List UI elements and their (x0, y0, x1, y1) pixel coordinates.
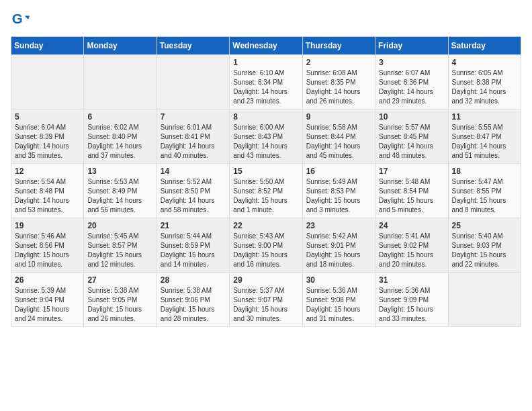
calendar-body: 1Sunrise: 6:10 AM Sunset: 8:34 PM Daylig… (11, 55, 521, 327)
calendar-cell: 23Sunrise: 5:42 AM Sunset: 9:01 PM Dayli… (302, 218, 375, 273)
calendar-cell: 30Sunrise: 5:36 AM Sunset: 9:08 PM Dayli… (302, 273, 375, 327)
day-info: Sunrise: 5:53 AM Sunset: 8:49 PM Dayligh… (87, 177, 152, 215)
day-number: 7 (161, 112, 226, 122)
day-number: 3 (379, 58, 444, 67)
weekday-header-row: SundayMondayTuesdayWednesdayThursdayFrid… (11, 37, 521, 55)
day-info: Sunrise: 6:00 AM Sunset: 8:43 PM Dayligh… (233, 123, 298, 161)
day-info: Sunrise: 5:36 AM Sunset: 9:08 PM Dayligh… (306, 286, 371, 324)
day-info: Sunrise: 5:38 AM Sunset: 9:05 PM Dayligh… (87, 286, 152, 324)
day-info: Sunrise: 5:46 AM Sunset: 8:56 PM Dayligh… (15, 232, 80, 269)
day-info: Sunrise: 6:02 AM Sunset: 8:40 PM Dayligh… (87, 123, 152, 161)
calendar-cell: 24Sunrise: 5:41 AM Sunset: 9:02 PM Dayli… (375, 218, 448, 273)
day-info: Sunrise: 5:40 AM Sunset: 9:03 PM Dayligh… (452, 232, 517, 269)
weekday-header-friday: Friday (375, 37, 448, 55)
day-number: 5 (15, 112, 80, 122)
calendar-cell: 25Sunrise: 5:40 AM Sunset: 9:03 PM Dayli… (448, 218, 521, 273)
day-info: Sunrise: 5:45 AM Sunset: 8:57 PM Dayligh… (87, 232, 152, 269)
logo-icon: G (11, 11, 30, 30)
day-info: Sunrise: 5:41 AM Sunset: 9:02 PM Dayligh… (379, 232, 444, 269)
day-number: 14 (161, 167, 226, 176)
weekday-header-sunday: Sunday (11, 37, 84, 55)
calendar-cell: 1Sunrise: 6:10 AM Sunset: 8:34 PM Daylig… (230, 55, 302, 109)
calendar-cell: 17Sunrise: 5:48 AM Sunset: 8:54 PM Dayli… (375, 164, 448, 218)
day-info: Sunrise: 6:07 AM Sunset: 8:36 PM Dayligh… (379, 68, 444, 106)
day-number: 28 (161, 275, 226, 285)
calendar-cell: 18Sunrise: 5:47 AM Sunset: 8:55 PM Dayli… (448, 164, 521, 218)
day-number: 29 (233, 275, 298, 285)
day-info: Sunrise: 6:08 AM Sunset: 8:35 PM Dayligh… (306, 68, 371, 106)
calendar-cell: 5Sunrise: 6:04 AM Sunset: 8:39 PM Daylig… (11, 109, 84, 164)
svg-text:G: G (12, 11, 23, 26)
weekday-header-monday: Monday (84, 37, 157, 55)
day-info: Sunrise: 5:42 AM Sunset: 9:01 PM Dayligh… (306, 232, 371, 269)
calendar-week-row: 12Sunrise: 5:54 AM Sunset: 8:48 PM Dayli… (11, 164, 521, 218)
day-number: 25 (452, 221, 517, 230)
day-number: 1 (233, 58, 298, 67)
weekday-header-thursday: Thursday (302, 37, 375, 55)
day-number: 21 (161, 221, 226, 230)
day-number: 30 (306, 275, 371, 285)
day-info: Sunrise: 6:05 AM Sunset: 8:38 PM Dayligh… (452, 68, 517, 106)
day-info: Sunrise: 5:43 AM Sunset: 9:00 PM Dayligh… (233, 232, 298, 269)
day-number: 17 (379, 167, 444, 176)
calendar-cell: 14Sunrise: 5:52 AM Sunset: 8:50 PM Dayli… (157, 164, 229, 218)
day-number: 10 (379, 112, 444, 122)
day-number: 23 (306, 221, 371, 230)
day-number: 19 (15, 221, 80, 230)
day-number: 8 (233, 112, 298, 122)
calendar-cell: 22Sunrise: 5:43 AM Sunset: 9:00 PM Dayli… (230, 218, 302, 273)
day-info: Sunrise: 5:54 AM Sunset: 8:48 PM Dayligh… (15, 177, 80, 215)
calendar-cell: 3Sunrise: 6:07 AM Sunset: 8:36 PM Daylig… (375, 55, 448, 109)
calendar-cell: 20Sunrise: 5:45 AM Sunset: 8:57 PM Dayli… (84, 218, 157, 273)
day-number: 6 (87, 112, 152, 122)
day-number: 24 (379, 221, 444, 230)
calendar-cell: 28Sunrise: 5:38 AM Sunset: 9:06 PM Dayli… (157, 273, 229, 327)
day-number: 26 (15, 275, 80, 285)
day-number: 31 (379, 275, 444, 285)
calendar-cell: 21Sunrise: 5:44 AM Sunset: 8:59 PM Dayli… (157, 218, 229, 273)
day-info: Sunrise: 6:01 AM Sunset: 8:41 PM Dayligh… (161, 123, 226, 161)
calendar-cell: 26Sunrise: 5:39 AM Sunset: 9:04 PM Dayli… (11, 273, 84, 327)
calendar-cell: 10Sunrise: 5:57 AM Sunset: 8:45 PM Dayli… (375, 109, 448, 164)
calendar-cell (157, 55, 229, 109)
day-number: 22 (233, 221, 298, 230)
calendar-cell: 27Sunrise: 5:38 AM Sunset: 9:05 PM Dayli… (84, 273, 157, 327)
calendar-cell: 2Sunrise: 6:08 AM Sunset: 8:35 PM Daylig… (302, 55, 375, 109)
day-info: Sunrise: 5:44 AM Sunset: 8:59 PM Dayligh… (161, 232, 226, 269)
weekday-header-wednesday: Wednesday (230, 37, 302, 55)
day-number: 16 (306, 167, 371, 176)
calendar-cell (448, 273, 521, 327)
calendar-cell: 16Sunrise: 5:49 AM Sunset: 8:53 PM Dayli… (302, 164, 375, 218)
day-number: 15 (233, 167, 298, 176)
day-info: Sunrise: 5:37 AM Sunset: 9:07 PM Dayligh… (233, 286, 298, 324)
calendar-cell: 7Sunrise: 6:01 AM Sunset: 8:41 PM Daylig… (157, 109, 229, 164)
calendar-cell: 15Sunrise: 5:50 AM Sunset: 8:52 PM Dayli… (230, 164, 302, 218)
logo: G (11, 11, 32, 30)
weekday-header-saturday: Saturday (448, 37, 521, 55)
calendar-week-row: 5Sunrise: 6:04 AM Sunset: 8:39 PM Daylig… (11, 109, 521, 164)
calendar-cell: 13Sunrise: 5:53 AM Sunset: 8:49 PM Dayli… (84, 164, 157, 218)
day-info: Sunrise: 5:39 AM Sunset: 9:04 PM Dayligh… (15, 286, 80, 324)
calendar-cell: 9Sunrise: 5:58 AM Sunset: 8:44 PM Daylig… (302, 109, 375, 164)
day-info: Sunrise: 5:55 AM Sunset: 8:47 PM Dayligh… (452, 123, 517, 161)
day-number: 9 (306, 112, 371, 122)
calendar-cell: 6Sunrise: 6:02 AM Sunset: 8:40 PM Daylig… (84, 109, 157, 164)
calendar-cell: 11Sunrise: 5:55 AM Sunset: 8:47 PM Dayli… (448, 109, 521, 164)
calendar-cell: 29Sunrise: 5:37 AM Sunset: 9:07 PM Dayli… (230, 273, 302, 327)
calendar-week-row: 1Sunrise: 6:10 AM Sunset: 8:34 PM Daylig… (11, 55, 521, 109)
day-info: Sunrise: 5:49 AM Sunset: 8:53 PM Dayligh… (306, 177, 371, 215)
calendar-cell (11, 55, 84, 109)
calendar-cell (84, 55, 157, 109)
calendar-week-row: 19Sunrise: 5:46 AM Sunset: 8:56 PM Dayli… (11, 218, 521, 273)
page-header: G (11, 11, 521, 30)
day-number: 27 (87, 275, 152, 285)
day-number: 11 (452, 112, 517, 122)
day-number: 2 (306, 58, 371, 67)
calendar-week-row: 26Sunrise: 5:39 AM Sunset: 9:04 PM Dayli… (11, 273, 521, 327)
day-info: Sunrise: 5:48 AM Sunset: 8:54 PM Dayligh… (379, 177, 444, 215)
calendar-cell: 4Sunrise: 6:05 AM Sunset: 8:38 PM Daylig… (448, 55, 521, 109)
calendar-cell: 19Sunrise: 5:46 AM Sunset: 8:56 PM Dayli… (11, 218, 84, 273)
day-number: 18 (452, 167, 517, 176)
day-info: Sunrise: 6:10 AM Sunset: 8:34 PM Dayligh… (233, 68, 298, 106)
day-number: 13 (87, 167, 152, 176)
